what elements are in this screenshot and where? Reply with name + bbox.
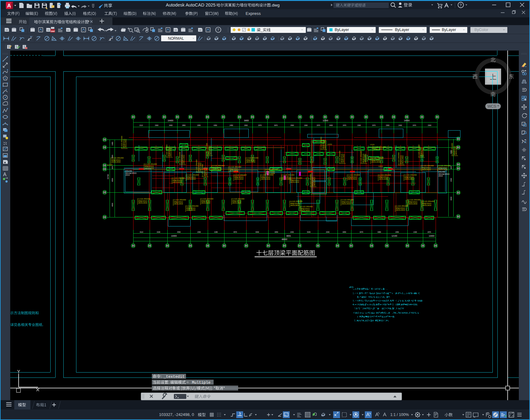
svg-text:2860: 2860 [182, 124, 185, 126]
svg-text:5040: 5040 [307, 231, 310, 233]
svg-text:Φ8@100(2): Φ8@100(2) [229, 168, 238, 170]
svg-text:Φ8@100(2): Φ8@100(2) [290, 179, 299, 181]
svg-text:LL1(2) 200x400: LL1(2) 200x400 [301, 206, 313, 208]
svg-text:Φ8@100(2): Φ8@100(2) [212, 167, 222, 169]
svg-text:4000: 4000 [450, 197, 452, 200]
svg-text:4350: 4350 [214, 124, 217, 126]
svg-text:2970: 2970 [343, 124, 346, 126]
svg-text:LL1(2) 200x400: LL1(2) 200x400 [374, 146, 386, 148]
svg-text:Φ8@100(2): Φ8@100(2) [204, 167, 206, 176]
svg-text:2Φ16;2Φ16: 2Φ16;2Φ16 [210, 146, 212, 155]
svg-text:2970: 2970 [317, 124, 320, 126]
svg-text:Φ8@100(2): Φ8@100(2) [408, 201, 418, 203]
svg-text:LL1(2) 200x400: LL1(2) 200x400 [166, 145, 168, 157]
svg-text:Φ8@100(2): Φ8@100(2) [453, 146, 455, 155]
svg-text:*: * [88, 20, 89, 24]
svg-text:LL1(2) 200x400: LL1(2) 200x400 [398, 152, 400, 164]
svg-text:Express: Express [246, 11, 261, 16]
svg-text:2Φ16;2Φ16: 2Φ16;2Φ16 [234, 178, 243, 180]
svg-text:Φ8@100(2): Φ8@100(2) [422, 203, 432, 204]
svg-text:XY: XY [111, 36, 114, 38]
svg-text:2Φ16;2Φ16: 2Φ16;2Φ16 [324, 140, 326, 149]
svg-text:ByLayer: ByLayer [442, 28, 456, 32]
svg-text:Φ8@100(2): Φ8@100(2) [174, 201, 183, 203]
svg-text:2Φ16;2Φ16: 2Φ16;2Φ16 [342, 203, 351, 205]
svg-text:3050: 3050 [274, 231, 278, 233]
svg-text:L2(1): L2(1) [378, 165, 383, 167]
svg-text:Φ8@100(2): Φ8@100(2) [348, 176, 357, 178]
svg-text:2Φ16;2Φ16: 2Φ16;2Φ16 [232, 202, 241, 204]
svg-text:2Φ16;2Φ16: 2Φ16;2Φ16 [206, 167, 207, 176]
svg-text:2Φ16;2Φ16: 2Φ16;2Φ16 [173, 181, 182, 183]
svg-text:14400: 14400 [168, 119, 173, 122]
svg-text:Φ8@100(2): Φ8@100(2) [173, 179, 182, 181]
svg-text:2Φ16;2Φ16: 2Φ16;2Φ16 [438, 169, 447, 171]
svg-text:2Φ16;2Φ16: 2Φ16;2Φ16 [455, 146, 457, 155]
svg-text:LL1(2) 200x400: LL1(2) 200x400 [121, 136, 123, 148]
svg-text:LL1(2) 200x400: LL1(2) 200x400 [379, 174, 391, 176]
svg-text:4590: 4590 [177, 231, 180, 233]
svg-text:Φ8@100(2): Φ8@100(2) [400, 155, 402, 164]
svg-text:2Φ16;2Φ16: 2Φ16;2Φ16 [212, 169, 221, 171]
svg-text:ByColor: ByColor [474, 28, 488, 32]
svg-text:2Φ16;2Φ16: 2Φ16;2Φ16 [422, 169, 431, 171]
svg-text:600: 600 [111, 166, 113, 169]
svg-text:2Φ16;2Φ16: 2Φ16;2Φ16 [301, 210, 310, 212]
svg-text:3400: 3400 [169, 124, 172, 126]
svg-text:2900: 2900 [386, 124, 389, 126]
svg-text:Φ8@100(2): Φ8@100(2) [379, 176, 388, 178]
svg-text:2Φ16;2Φ16: 2Φ16;2Φ16 [290, 181, 299, 183]
svg-text:LL1(2) 200x400: LL1(2) 200x400 [196, 159, 197, 172]
svg-text:14400: 14400 [404, 119, 410, 122]
svg-text:Multiple: Multiple [192, 381, 211, 385]
svg-text:Φ8@100(2): Φ8@100(2) [234, 176, 244, 178]
svg-text:2970: 2970 [428, 231, 431, 233]
svg-text:Φ8@100(2): Φ8@100(2) [396, 207, 405, 209]
svg-text:LL1(2) 200x400: LL1(2) 200x400 [202, 164, 203, 176]
svg-text:2Φ16;2Φ16: 2Φ16;2Φ16 [290, 204, 299, 206]
svg-text:L1(1): L1(1) [370, 144, 374, 145]
svg-text:4000: 4000 [111, 203, 113, 207]
svg-text:?: ? [460, 3, 462, 7]
svg-text:LL1(2) 200x400: LL1(2) 200x400 [145, 163, 157, 165]
svg-text:2180: 2180 [214, 231, 218, 233]
svg-text:1400: 1400 [111, 142, 113, 145]
svg-text:2040: 2040 [290, 231, 294, 233]
svg-text:Φ8@100(2): Φ8@100(2) [322, 140, 324, 149]
svg-text:2Φ16;2Φ16: 2Φ16;2Φ16 [229, 170, 238, 172]
svg-text:2970: 2970 [372, 124, 375, 126]
svg-text:LL1(2) 200x400: LL1(2) 200x400 [405, 174, 417, 176]
svg-text:2Φ16;2Φ16: 2Φ16;2Φ16 [201, 202, 210, 204]
svg-text:LL1(2) 200x400: LL1(2) 200x400 [138, 198, 150, 200]
svg-text:LL1(2) 200x400: LL1(2) 200x400 [348, 174, 360, 176]
svg-text:Φ8@100(2): Φ8@100(2) [138, 200, 147, 202]
svg-text:LL1(2) 200x400: LL1(2) 200x400 [438, 165, 451, 167]
svg-text:2Φ16;2Φ16: 2Φ16;2Φ16 [261, 178, 270, 180]
svg-text:LL1(2) 200x400: LL1(2) 200x400 [179, 152, 181, 164]
svg-text:3970: 3970 [274, 124, 278, 126]
svg-text:2190: 2190 [413, 231, 417, 233]
svg-text:LL1(2) 200x400: LL1(2) 200x400 [290, 177, 302, 179]
svg-text:A: A [3, 172, 7, 177]
svg-text:1950: 1950 [197, 124, 201, 126]
svg-text:3190: 3190 [157, 231, 160, 233]
svg-text:LL1(2) 200x400: LL1(2) 200x400 [451, 143, 453, 155]
svg-text:2Φ16;2Φ16: 2Φ16;2Φ16 [246, 161, 255, 163]
svg-text:2Φ16;2Φ16: 2Φ16;2Φ16 [145, 167, 154, 169]
svg-text:Φ8@100(2): Φ8@100(2) [422, 167, 431, 169]
svg-text:2Φ16: 2Φ16 [438, 175, 443, 177]
svg-text:3Φ10@100(2): 3Φ10@100(2) [438, 173, 450, 175]
svg-text:LL1(2) 200x400: LL1(2) 200x400 [408, 199, 420, 201]
svg-text:LL1(2) 200x400: LL1(2) 200x400 [266, 168, 278, 170]
svg-text:1500: 1500 [450, 178, 452, 182]
svg-text:2Φ16;2Φ16: 2Φ16;2Φ16 [408, 203, 417, 205]
svg-text:ByLayer: ByLayer [395, 28, 409, 32]
svg-text:Φ8@100(2): Φ8@100(2) [290, 203, 300, 204]
svg-text:LL1(2) 200x400: LL1(2) 200x400 [201, 198, 213, 200]
svg-text:Φ8@100(2): Φ8@100(2) [261, 176, 270, 178]
svg-text:Φ8@100(2): Φ8@100(2) [208, 146, 210, 155]
svg-text:2Φ16;2Φ16: 2Φ16;2Φ16 [186, 209, 195, 211]
svg-text:LL1(2) 200x400: LL1(2) 200x400 [234, 174, 247, 176]
svg-text:12190: 12190 [392, 235, 397, 237]
svg-text:2900: 2900 [244, 124, 247, 126]
